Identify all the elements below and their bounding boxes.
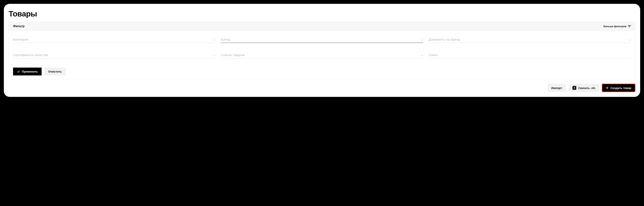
more-filters-button[interactable]: Больше фильтров	[603, 25, 631, 28]
filter-title: Фильтр	[13, 24, 24, 28]
filter-row-2: Сертификаты качества Списки товаров	[13, 52, 631, 58]
chevron-down-icon	[213, 38, 215, 41]
search-field[interactable]	[429, 52, 631, 58]
check-icon	[17, 70, 20, 73]
certs-select[interactable]: Сертификаты качества	[13, 52, 215, 58]
filter-header: Фильтр Больше фильтров	[9, 22, 635, 31]
chevron-down-icon	[421, 38, 423, 41]
filter-icon	[628, 25, 631, 27]
create-product-button[interactable]: Создать товар	[602, 84, 635, 92]
bottom-actions: Импорт X Скачать .xls Создать товар	[9, 84, 635, 92]
clear-button[interactable]: Очистить	[44, 68, 66, 75]
brand-label: Бренд	[221, 38, 230, 41]
chevron-down-icon	[421, 54, 423, 56]
filter-actions: Применить Очистить	[13, 68, 631, 75]
xls-label: Скачать .xls	[578, 86, 595, 90]
more-filters-label: Больше фильтров	[603, 25, 626, 28]
import-button[interactable]: Импорт	[548, 84, 566, 92]
category-label: Категория	[13, 38, 28, 41]
brand-docs-select[interactable]: Документы на бренд	[429, 36, 631, 43]
lists-select[interactable]: Списки товаров	[221, 52, 423, 58]
filter-row-1: Категория Бренд Документы на бренд	[13, 36, 631, 43]
brand-select[interactable]: Бренд	[221, 36, 423, 43]
search-input[interactable]	[429, 53, 631, 57]
apply-label: Применить	[22, 70, 38, 73]
apply-button[interactable]: Применить	[13, 68, 42, 75]
import-label: Импорт	[551, 86, 562, 90]
chevron-down-icon	[629, 38, 631, 41]
lists-label: Списки товаров	[221, 53, 244, 57]
products-card: Товары Фильтр Больше фильтров Категория	[4, 4, 640, 97]
plus-icon	[606, 87, 608, 89]
clear-label: Очистить	[48, 70, 62, 73]
create-label: Создать товар	[610, 86, 631, 90]
download-xls-button[interactable]: X Скачать .xls	[569, 84, 599, 92]
category-select[interactable]: Категория	[13, 36, 215, 43]
certs-label: Сертификаты качества	[13, 53, 48, 57]
brand-docs-label: Документы на бренд	[429, 38, 460, 41]
chevron-down-icon	[213, 54, 215, 56]
filter-panel: Фильтр Больше фильтров Категория Бренд	[9, 22, 635, 80]
xls-badge-icon: X	[572, 86, 576, 90]
page-title: Товары	[9, 9, 635, 18]
filter-body: Категория Бренд Документы на бренд	[9, 31, 635, 80]
